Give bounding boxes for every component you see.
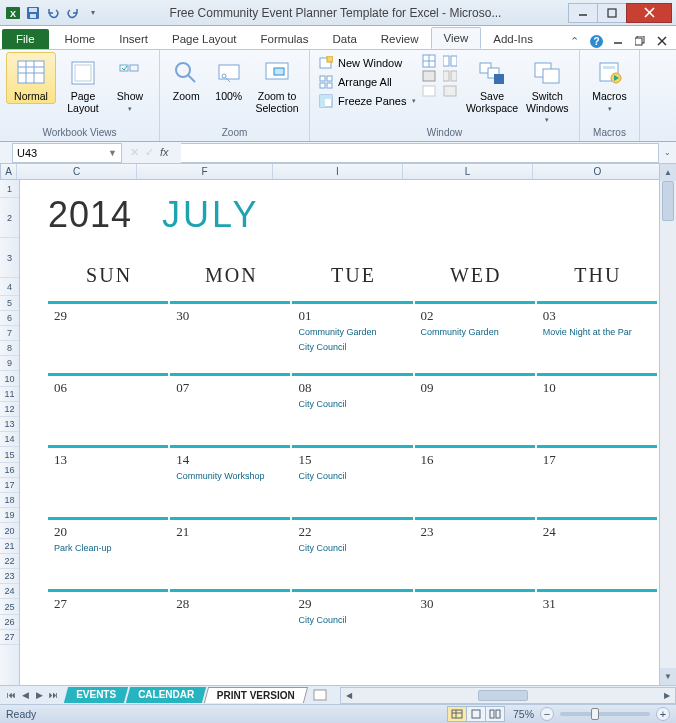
row-header[interactable]: 20 [0, 523, 19, 539]
calendar-cell[interactable]: 21 [170, 517, 290, 589]
tab-insert[interactable]: Insert [107, 29, 160, 49]
scroll-left-icon[interactable]: ◀ [341, 691, 358, 700]
tab-formulas[interactable]: Formulas [249, 29, 321, 49]
expand-formula-icon[interactable]: ⌄ [659, 148, 676, 157]
maximize-button[interactable] [597, 3, 627, 23]
view-side-by-side-icon[interactable] [443, 54, 462, 68]
unhide-icon[interactable] [422, 84, 441, 98]
row-header[interactable]: 1 [0, 180, 19, 198]
calendar-cell[interactable]: 29City Council [292, 589, 412, 661]
sheet-tab[interactable]: CALENDAR [126, 687, 206, 703]
calendar-cell[interactable]: 22City Council [292, 517, 412, 589]
macros-button[interactable]: Macros ▾ [586, 52, 633, 114]
zoom-out-button[interactable]: − [540, 707, 554, 721]
calendar-cell[interactable]: 09 [415, 373, 535, 445]
scroll-right-icon[interactable]: ▶ [658, 691, 675, 700]
calendar-cell[interactable]: 28 [170, 589, 290, 661]
normal-view-button[interactable]: Normal [6, 52, 56, 104]
horizontal-scrollbar[interactable]: ◀ ▶ [340, 687, 676, 704]
sheet-tab[interactable]: PRINT VERSION [204, 687, 308, 703]
save-workspace-button[interactable]: Save Workspace [464, 52, 519, 115]
calendar-cell[interactable]: 31 [537, 589, 657, 661]
row-header[interactable]: 24 [0, 584, 19, 599]
calendar-cell[interactable]: 23 [415, 517, 535, 589]
column-header[interactable]: I [273, 164, 403, 179]
split-icon[interactable] [422, 54, 441, 68]
calendar-cell[interactable]: 06 [48, 373, 168, 445]
zoom-button[interactable]: Zoom [166, 52, 206, 104]
minimize-button[interactable] [568, 3, 598, 23]
zoom-in-button[interactable]: + [656, 707, 670, 721]
zoom-to-selection-button[interactable]: Zoom to Selection [251, 52, 303, 115]
tab-home[interactable]: Home [53, 29, 108, 49]
row-header[interactable]: 25 [0, 599, 19, 615]
show-button[interactable]: Show ▾ [110, 52, 150, 114]
cancel-formula-icon[interactable]: ✕ [130, 146, 139, 159]
scroll-down-icon[interactable]: ▼ [660, 668, 676, 685]
calendar-cell[interactable]: 03Movie Night at the Par [537, 301, 657, 373]
tab-nav-first-icon[interactable]: ⏮ [4, 690, 18, 700]
tab-page-layout[interactable]: Page Layout [160, 29, 249, 49]
calendar-cell[interactable]: 15City Council [292, 445, 412, 517]
tab-nav-prev-icon[interactable]: ◀ [18, 690, 32, 700]
calendar-cell[interactable]: 29 [48, 301, 168, 373]
row-header[interactable]: 12 [0, 402, 19, 417]
column-headers[interactable]: ACFILO [0, 164, 659, 180]
zoom-100-button[interactable]: 100% [208, 52, 248, 104]
column-header[interactable]: L [403, 164, 533, 179]
zoom-level[interactable]: 75% [513, 708, 534, 720]
row-header[interactable]: 8 [0, 341, 19, 356]
calendar-cell[interactable]: 16 [415, 445, 535, 517]
calendar-cell[interactable]: 27 [48, 589, 168, 661]
doc-close-icon[interactable] [654, 33, 670, 49]
row-header[interactable]: 14 [0, 432, 19, 447]
row-header[interactable]: 23 [0, 569, 19, 584]
tab-file[interactable]: File [2, 29, 49, 49]
row-header[interactable]: 18 [0, 493, 19, 508]
row-header[interactable]: 17 [0, 478, 19, 493]
calendar-cell[interactable]: 13 [48, 445, 168, 517]
row-header[interactable]: 26 [0, 615, 19, 630]
undo-icon[interactable] [44, 4, 62, 22]
row-header[interactable]: 16 [0, 463, 19, 478]
close-button[interactable] [626, 3, 672, 23]
page-layout-shortcut[interactable] [466, 706, 486, 722]
hscroll-thumb[interactable] [478, 690, 528, 701]
row-header[interactable]: 5 [0, 296, 19, 311]
vertical-scrollbar[interactable]: ▲ ▼ [659, 164, 676, 685]
calendar-cell[interactable]: 30 [415, 589, 535, 661]
calendar-cell[interactable]: 02Community Garden [415, 301, 535, 373]
redo-icon[interactable] [64, 4, 82, 22]
row-header[interactable]: 22 [0, 554, 19, 569]
scroll-thumb[interactable] [662, 181, 674, 221]
page-break-shortcut[interactable] [485, 706, 505, 722]
new-sheet-button[interactable] [312, 688, 330, 702]
zoom-slider-thumb[interactable] [591, 708, 599, 720]
calendar-cell[interactable]: 24 [537, 517, 657, 589]
column-header[interactable]: C [17, 164, 137, 179]
qat-customize-icon[interactable]: ▾ [84, 4, 102, 22]
calendar-cell[interactable]: 08City Council [292, 373, 412, 445]
calendar-cell[interactable]: 17 [537, 445, 657, 517]
tab-review[interactable]: Review [369, 29, 431, 49]
row-headers[interactable]: 1234567891011121314151617181920212223242… [0, 180, 20, 685]
doc-restore-icon[interactable] [632, 33, 648, 49]
row-header[interactable]: 7 [0, 326, 19, 341]
calendar-cell[interactable]: 01Community GardenCity Council [292, 301, 412, 373]
row-header[interactable]: 13 [0, 417, 19, 432]
normal-view-shortcut[interactable] [447, 706, 467, 722]
sheet-tab[interactable]: EVENTS [64, 687, 128, 703]
hide-icon[interactable] [422, 69, 441, 83]
name-box[interactable]: U43 ▼ [12, 143, 122, 163]
row-header[interactable]: 11 [0, 387, 19, 402]
arrange-all-button[interactable]: Arrange All [316, 73, 420, 91]
fx-icon[interactable]: fx [160, 146, 169, 159]
row-header[interactable]: 27 [0, 630, 19, 645]
help-icon[interactable]: ? [588, 33, 604, 49]
row-header[interactable]: 21 [0, 539, 19, 554]
column-header[interactable]: A [1, 164, 17, 179]
freeze-panes-button[interactable]: Freeze Panes▾ [316, 92, 420, 110]
reset-position-icon[interactable] [443, 84, 462, 98]
minimize-ribbon-icon[interactable]: ⌃ [566, 33, 582, 49]
row-header[interactable]: 9 [0, 356, 19, 371]
